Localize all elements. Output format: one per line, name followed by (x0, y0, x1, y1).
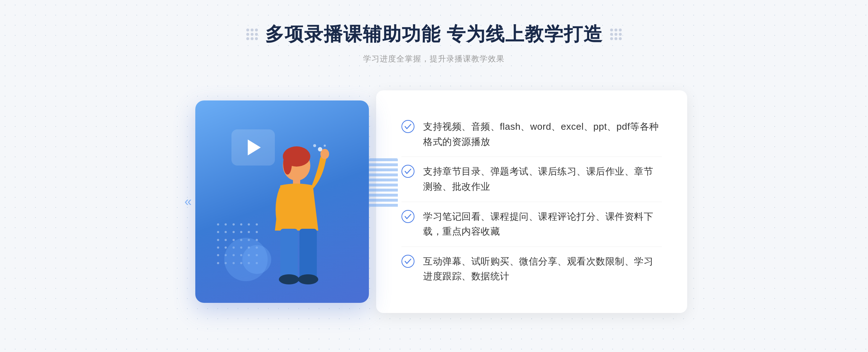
feature-text-4: 互动弹幕、试听购买、微信分享、观看次数限制、学习进度跟踪、数据统计 (423, 254, 662, 284)
features-panel: 支持视频、音频、flash、word、excel、ppt、pdf等各种格式的资源… (376, 90, 687, 313)
feature-item-1: 支持视频、音频、flash、word、excel、ppt、pdf等各种格式的资源… (401, 112, 662, 157)
header-section: 多项录播课辅助功能 专为线上教学打造 学习进度全掌握，提升录播课教学效果 (246, 22, 622, 64)
content-section: « (181, 86, 687, 317)
character-figure (224, 137, 340, 317)
feature-item-2: 支持章节目录、弹题考试、课后练习、课后作业、章节测验、批改作业 (401, 157, 662, 202)
illustration-wrapper: « (181, 86, 391, 317)
svg-rect-5 (280, 229, 298, 279)
feature-text-2: 支持章节目录、弹题考试、课后练习、课后作业、章节测验、批改作业 (423, 164, 662, 194)
page-container: 多项录播课辅助功能 专为线上教学打造 学习进度全掌握，提升录播课教学效果 « (0, 0, 868, 352)
svg-point-9 (318, 147, 322, 151)
check-icon-2 (401, 165, 414, 178)
left-deco-grid (246, 29, 258, 40)
svg-point-14 (402, 210, 414, 223)
feature-text-1: 支持视频、音频、flash、word、excel、ppt、pdf等各种格式的资源… (423, 119, 662, 149)
svg-point-8 (298, 274, 318, 284)
striped-decoration (369, 158, 398, 209)
feature-text-3: 学习笔记回看、课程提问、课程评论打分、课件资料下载，重点内容收藏 (423, 209, 662, 239)
svg-rect-6 (299, 229, 317, 279)
feature-item-4: 互动弹幕、试听购买、微信分享、观看次数限制、学习进度跟踪、数据统计 (401, 247, 662, 291)
left-arrow-decoration: « (184, 194, 192, 209)
svg-point-13 (402, 165, 414, 177)
svg-point-7 (279, 274, 299, 284)
svg-point-11 (324, 145, 326, 147)
svg-point-12 (402, 120, 414, 133)
check-icon-4 (401, 255, 414, 268)
svg-point-15 (402, 255, 414, 267)
svg-point-10 (313, 144, 316, 147)
feature-item-3: 学习笔记回看、课程提问、课程评论打分、课件资料下载，重点内容收藏 (401, 202, 662, 247)
subtitle: 学习进度全掌握，提升录播课教学效果 (363, 53, 505, 64)
check-icon-1 (401, 120, 414, 133)
svg-point-2 (283, 153, 292, 175)
check-icon-3 (401, 210, 414, 223)
right-deco-grid (610, 29, 622, 40)
main-title: 多项录播课辅助功能 专为线上教学打造 (265, 22, 603, 47)
title-wrapper: 多项录播课辅助功能 专为线上教学打造 (246, 22, 622, 47)
